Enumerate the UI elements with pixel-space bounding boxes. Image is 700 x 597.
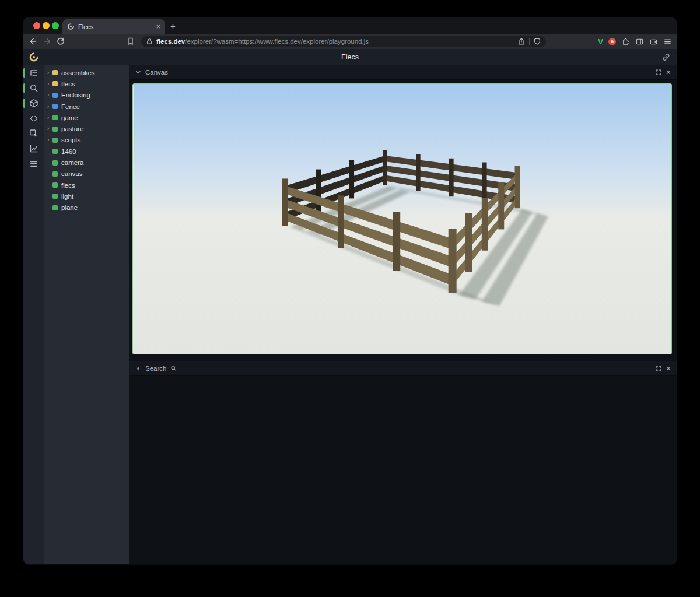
sidebar-tab-query[interactable]	[23, 80, 44, 96]
window-close-button[interactable]	[33, 22, 40, 29]
tree-item-label: flecs	[61, 80, 75, 87]
search-panel-title: Search	[145, 365, 166, 372]
canvas-panel-header[interactable]: Canvas ×	[130, 65, 677, 80]
canvas-panel-title: Canvas	[145, 69, 168, 76]
entity-color-swatch	[52, 93, 58, 98]
expand-icon[interactable]	[655, 69, 662, 76]
sky-ground-background	[134, 84, 671, 354]
sidebar-tab-tables[interactable]	[23, 156, 44, 171]
tree-item-label: canvas	[61, 170, 82, 177]
divider	[529, 38, 530, 45]
3d-scene	[133, 84, 671, 354]
active-indicator	[23, 68, 25, 78]
sidebar-tab-inspector[interactable]	[23, 126, 44, 141]
tree-item-label: 1460	[61, 148, 76, 155]
inspector-icon	[29, 129, 38, 138]
sidebar-panel-icon[interactable]	[635, 37, 644, 46]
tree-item-flecs[interactable]: flecs	[44, 180, 130, 191]
entity-color-swatch	[52, 127, 58, 132]
url-text: flecs.dev/explorer/?wasm=https://www.fle…	[156, 38, 514, 45]
flecs-favicon-icon	[67, 23, 75, 30]
app-header: Flecs	[23, 49, 677, 65]
tree-item-1460[interactable]: 1460	[44, 146, 130, 157]
collapse-dot-icon[interactable]	[137, 367, 139, 370]
main-panel-area: Canvas ×	[130, 65, 677, 564]
tree-item-label: Enclosing	[61, 92, 90, 99]
tree-item-assemblies[interactable]: ›assemblies	[44, 67, 130, 78]
tree-item-label: light	[61, 193, 74, 200]
entity-tree: ›assemblies›flecs›Enclosing›Fence›game›p…	[44, 65, 130, 564]
page-title: Flecs	[23, 53, 677, 61]
entity-color-swatch	[52, 182, 58, 188]
entity-color-swatch	[52, 205, 58, 210]
expand-chevron-icon[interactable]: ›	[47, 81, 52, 87]
tree-item-camera[interactable]: camera	[44, 157, 130, 168]
tree-item-game[interactable]: ›game	[44, 112, 130, 123]
share-icon[interactable]	[517, 37, 526, 45]
close-icon[interactable]: ×	[666, 364, 671, 373]
browser-window: Flecs × +	[23, 17, 677, 564]
forward-button[interactable]	[43, 37, 52, 46]
v-extension-icon[interactable]: V	[598, 37, 603, 46]
address-bar[interactable]: flecs.dev/explorer/?wasm=https://www.fle…	[141, 36, 546, 47]
stack-icon	[29, 159, 38, 168]
new-tab-button[interactable]: +	[170, 20, 176, 33]
expand-chevron-icon[interactable]: ›	[47, 92, 52, 98]
tree-item-Fence[interactable]: ›Fence	[44, 101, 130, 112]
expand-icon[interactable]	[655, 365, 662, 372]
search-icon	[29, 83, 38, 93]
wallet-icon[interactable]	[649, 37, 658, 46]
entity-color-swatch	[52, 171, 58, 177]
expand-chevron-icon[interactable]: ›	[47, 115, 52, 121]
tree-item-light[interactable]: light	[44, 191, 130, 202]
sidebar-tab-scripts[interactable]	[23, 111, 44, 126]
left-icon-rail	[23, 65, 44, 564]
tree-item-label: game	[61, 114, 78, 121]
brave-shield-icon[interactable]	[533, 37, 541, 45]
search-small-icon	[170, 365, 177, 372]
active-indicator	[23, 83, 25, 93]
code-icon	[29, 114, 38, 123]
sidebar-tab-canvas[interactable]	[23, 96, 44, 111]
tree-item-label: plane	[61, 204, 78, 211]
flecs-explorer-app: Flecs	[23, 49, 677, 564]
tree-item-pasture[interactable]: ›pasture	[44, 123, 130, 134]
extensions-puzzle-icon[interactable]	[621, 37, 630, 46]
tree-item-Enclosing[interactable]: ›Enclosing	[44, 90, 130, 101]
tree-item-flecs[interactable]: ›flecs	[44, 78, 130, 89]
entity-color-swatch	[52, 160, 58, 166]
window-zoom-button[interactable]	[52, 22, 59, 29]
expand-chevron-icon[interactable]: ›	[47, 104, 52, 110]
tree-item-scripts[interactable]: ›scripts	[44, 135, 130, 146]
expand-chevron-icon[interactable]: ›	[47, 70, 52, 76]
3d-viewport[interactable]	[132, 83, 672, 354]
expand-chevron-icon[interactable]: ›	[47, 137, 52, 143]
expand-chevron-icon[interactable]: ›	[47, 126, 52, 132]
tab-close-icon[interactable]: ×	[156, 23, 160, 30]
entity-color-swatch	[52, 70, 58, 75]
entity-tree-icon	[29, 68, 38, 78]
search-panel-header[interactable]: Search ×	[130, 361, 677, 376]
url-path: /explorer/?wasm=https://www.flecs.dev/ex…	[185, 38, 369, 45]
tree-item-label: scripts	[61, 136, 80, 143]
close-icon[interactable]: ×	[666, 68, 671, 76]
tree-item-plane[interactable]: plane	[44, 202, 130, 213]
tab-title: Flecs	[78, 23, 152, 30]
back-button[interactable]	[29, 37, 38, 46]
reload-button[interactable]	[56, 37, 65, 46]
entity-color-swatch	[52, 194, 58, 199]
window-minimize-button[interactable]	[43, 22, 50, 29]
entity-color-swatch	[52, 115, 58, 120]
chevron-down-icon[interactable]	[135, 69, 141, 75]
entity-color-swatch	[52, 104, 58, 109]
red-extension-icon[interactable]	[608, 38, 616, 45]
link-icon[interactable]	[662, 52, 671, 62]
browser-tab[interactable]: Flecs ×	[62, 19, 165, 34]
sidebar-tab-stats[interactable]	[23, 141, 44, 156]
menu-hamburger-icon[interactable]	[663, 37, 672, 46]
sidebar-tab-entity-tree[interactable]	[23, 65, 44, 80]
url-domain: flecs.dev	[156, 38, 185, 45]
tree-item-canvas[interactable]: canvas	[44, 168, 130, 180]
entity-color-swatch	[52, 81, 58, 86]
bookmark-icon[interactable]	[126, 37, 135, 46]
